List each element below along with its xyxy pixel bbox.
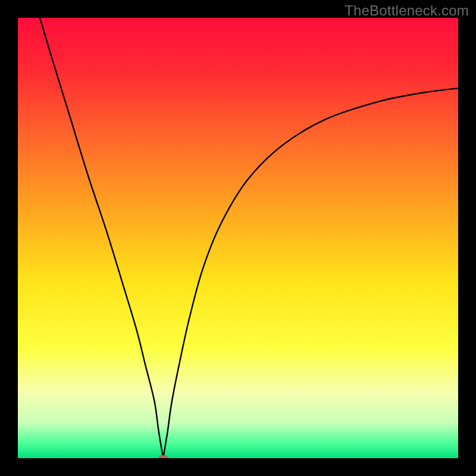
chart-frame: TheBottleneck.com [0,0,476,476]
gradient-background [18,18,458,458]
chart-svg [18,18,458,458]
plot-area [18,18,458,458]
watermark-text: TheBottleneck.com [345,2,469,19]
